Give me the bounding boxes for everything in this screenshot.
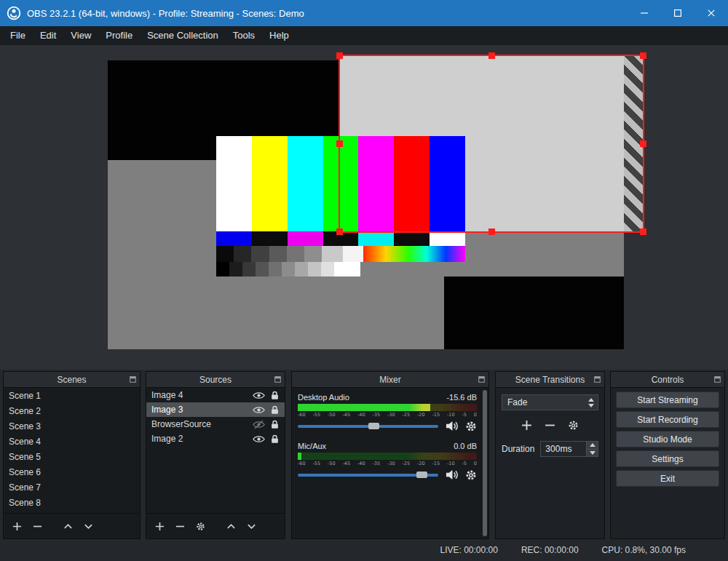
window-controls xyxy=(628,0,728,26)
meter-scale: -60-55-50-45-40-35-30-25-20-15-10-50 xyxy=(298,461,477,466)
chevron-down-icon xyxy=(588,404,594,407)
resize-handle[interactable] xyxy=(488,52,495,59)
scene-item[interactable]: Scene 6 xyxy=(4,464,140,480)
source-black-bottom-right[interactable] xyxy=(444,276,624,349)
scene-item[interactable]: Scene 2 xyxy=(4,403,140,418)
lock-icon[interactable] xyxy=(270,391,280,400)
menu-scene-collection[interactable]: Scene Collection xyxy=(140,26,226,45)
resize-handle[interactable] xyxy=(336,52,343,59)
menu-view[interactable]: View xyxy=(63,26,98,45)
add-transition-button[interactable] xyxy=(521,420,532,431)
move-source-down-button[interactable] xyxy=(247,522,256,531)
remove-transition-button[interactable] xyxy=(545,420,555,431)
scene-item[interactable]: Scene 7 xyxy=(4,480,140,495)
resize-handle[interactable] xyxy=(640,52,646,59)
source-item[interactable]: BrowserSource xyxy=(146,417,285,431)
scene-item[interactable]: Scene 5 xyxy=(4,449,140,464)
remove-source-button[interactable] xyxy=(175,522,185,531)
dock-icon[interactable] xyxy=(274,376,281,383)
controls-body: Start Streaming Start Recording Studio M… xyxy=(611,388,724,538)
mixer-channel-mic-aux: Mic/Aux 0.0 dB -60-55-50-45-40-35-30-25-… xyxy=(298,442,477,481)
move-scene-up-button[interactable] xyxy=(63,522,73,531)
lock-icon[interactable] xyxy=(270,405,280,415)
chevron-down-icon xyxy=(590,451,596,455)
speaker-icon[interactable] xyxy=(445,469,459,481)
scene-item[interactable]: Scene 1 xyxy=(4,388,140,403)
sources-toolbar xyxy=(146,513,285,538)
volume-slider[interactable] xyxy=(298,421,438,431)
resize-handle[interactable] xyxy=(488,228,495,235)
controls-panel-header[interactable]: Controls xyxy=(611,372,724,388)
resize-handle[interactable] xyxy=(640,140,646,147)
selected-source-bounding-box[interactable] xyxy=(339,55,644,233)
menu-profile[interactable]: Profile xyxy=(98,26,140,45)
duration-increase-button[interactable] xyxy=(587,442,598,449)
duration-spin-buttons xyxy=(586,442,598,456)
volume-slider[interactable] xyxy=(298,470,438,480)
start-recording-button[interactable]: Start Recording xyxy=(616,411,719,428)
channel-gear-icon[interactable] xyxy=(465,421,477,432)
dock-icon[interactable] xyxy=(714,376,721,383)
mixer-panel-header[interactable]: Mixer xyxy=(292,372,488,388)
resize-handle[interactable] xyxy=(640,228,646,235)
transitions-panel-header[interactable]: Scene Transitions xyxy=(496,372,604,388)
add-scene-button[interactable] xyxy=(12,522,22,531)
dock-icon[interactable] xyxy=(594,376,601,383)
start-streaming-button[interactable]: Start Streaming xyxy=(616,391,719,408)
eye-off-icon[interactable] xyxy=(253,420,265,429)
source-item[interactable]: Image 2 xyxy=(146,431,285,446)
close-button[interactable] xyxy=(695,0,728,26)
status-bar: LIVE: 00:00:00 REC: 00:00:00 CPU: 0.8%, … xyxy=(0,539,728,561)
exit-button[interactable]: Exit xyxy=(616,470,719,487)
menu-edit[interactable]: Edit xyxy=(33,26,63,45)
menubar: File Edit View Profile Scene Collection … xyxy=(0,26,728,45)
scene-item[interactable]: Scene 3 xyxy=(4,418,140,434)
preview-area[interactable] xyxy=(0,45,728,370)
volume-slider-handle[interactable] xyxy=(368,423,379,429)
mixer-scrollbar[interactable] xyxy=(483,390,487,536)
lock-icon[interactable] xyxy=(270,420,280,429)
combo-arrows xyxy=(585,398,596,407)
scene-item[interactable]: Scene 4 xyxy=(4,434,140,449)
transition-duration-input[interactable]: 300ms xyxy=(540,441,598,457)
source-item[interactable]: Image 4 xyxy=(146,388,285,402)
scene-transitions-panel: Scene Transitions Fade Duration 300ms xyxy=(495,371,605,539)
source-item-selected[interactable]: Image 3 xyxy=(146,402,285,417)
volume-slider-handle[interactable] xyxy=(416,472,427,478)
transition-properties-gear-icon[interactable] xyxy=(568,420,579,431)
move-source-up-button[interactable] xyxy=(226,522,236,531)
lock-icon[interactable] xyxy=(270,434,280,444)
titlebar[interactable]: OBS 23.2.1 (64-bit, windows) - Profile: … xyxy=(0,0,728,26)
eye-icon[interactable] xyxy=(253,391,265,400)
dock-icon[interactable] xyxy=(130,376,136,383)
duration-row: Duration 300ms xyxy=(502,441,598,457)
settings-button[interactable]: Settings xyxy=(616,450,719,467)
minimize-button[interactable] xyxy=(628,0,661,26)
menu-tools[interactable]: Tools xyxy=(226,26,262,45)
add-source-button[interactable] xyxy=(155,522,165,531)
live-status: LIVE: 00:00:00 xyxy=(440,545,497,555)
eye-icon[interactable] xyxy=(253,405,265,415)
eye-icon[interactable] xyxy=(253,434,265,444)
duration-decrease-button[interactable] xyxy=(587,449,598,457)
speaker-icon[interactable] xyxy=(445,420,459,432)
scene-item[interactable]: Scene 8 xyxy=(4,495,140,510)
menu-file[interactable]: File xyxy=(3,26,33,45)
channel-name: Desktop Audio xyxy=(298,393,349,402)
remove-scene-button[interactable] xyxy=(33,522,42,531)
studio-mode-button[interactable]: Studio Mode xyxy=(616,431,719,447)
scenes-panel-header[interactable]: Scenes xyxy=(4,372,140,388)
transition-select[interactable]: Fade xyxy=(502,394,598,410)
cpu-status: CPU: 0.8%, 30.00 fps xyxy=(602,545,686,555)
dock-icon[interactable] xyxy=(478,376,485,383)
sources-panel-header[interactable]: Sources xyxy=(146,372,285,388)
move-scene-down-button[interactable] xyxy=(84,522,93,531)
source-properties-gear-icon[interactable] xyxy=(196,522,205,531)
resize-handle[interactable] xyxy=(336,228,343,235)
scenes-toolbar xyxy=(4,513,140,538)
chevron-up-icon xyxy=(588,398,594,402)
maximize-button[interactable] xyxy=(661,0,695,26)
channel-gear-icon[interactable] xyxy=(465,469,477,481)
menu-help[interactable]: Help xyxy=(262,26,296,45)
resize-handle[interactable] xyxy=(336,140,343,147)
